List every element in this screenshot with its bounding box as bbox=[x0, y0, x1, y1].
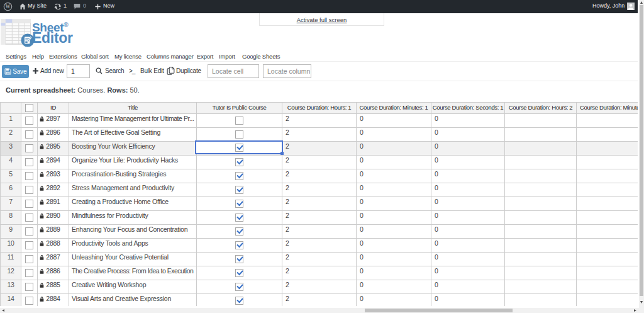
svg-text:W: W bbox=[5, 4, 10, 9]
